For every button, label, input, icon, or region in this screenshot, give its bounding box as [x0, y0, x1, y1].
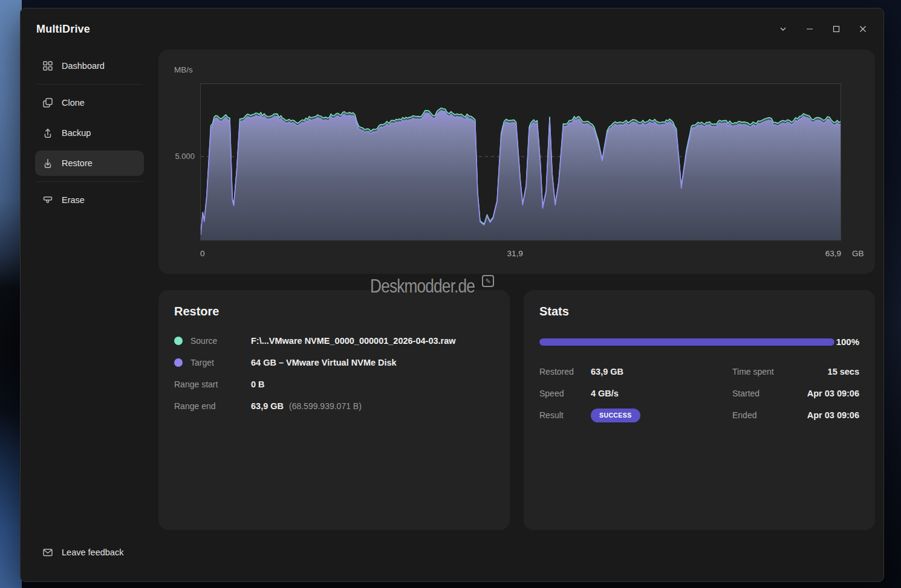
success-badge: SUCCESS [591, 409, 640, 422]
mail-icon [42, 546, 54, 558]
stat-label: Restored [539, 367, 591, 376]
app-window: MultiDrive [20, 8, 884, 582]
stat-speed: Speed 4 GB/s [539, 387, 732, 400]
throughput-chart-card: MB/s 5.000 0 31,9 63,9 GB [158, 50, 875, 274]
desktop-wallpaper [0, 0, 22, 588]
stat-label: Started [732, 389, 787, 398]
sidebar-divider [36, 84, 143, 85]
sidebar-item-label: Dashboard [62, 61, 105, 71]
progress-percent: 100% [834, 337, 859, 347]
stat-result: Result SUCCESS [539, 409, 732, 422]
sidebar-item-clone[interactable]: Clone [35, 90, 144, 115]
x-axis-unit: GB [852, 249, 864, 258]
minimize-icon [805, 25, 814, 33]
stat-label: Result [539, 410, 591, 420]
source-row: Source F:\...VMware NVME_0000_000001_202… [174, 334, 494, 347]
stat-value: 15 secs [828, 367, 859, 376]
y-axis-tick: 5.000 [158, 152, 195, 161]
sidebar-item-backup[interactable]: Backup [35, 120, 144, 146]
sidebar-item-erase[interactable]: Erase [35, 187, 144, 213]
target-label: Target [190, 358, 214, 367]
sidebar: Dashboard Clone Backup [21, 50, 158, 581]
maximize-button[interactable] [823, 19, 850, 39]
range-end-row: Range end 63,9 GB (68.599.939.071 B) [174, 399, 494, 413]
dashboard-grid-icon [42, 60, 54, 72]
stat-value: Apr 03 09:06 [807, 410, 859, 420]
range-start-value: 0 B [251, 380, 265, 389]
x-axis-tick-start: 0 [200, 249, 205, 258]
sidebar-item-label: Backup [62, 128, 91, 138]
range-end-bytes: (68.599.939.071 B) [289, 401, 362, 411]
stat-ended: Ended Apr 03 09:06 [732, 409, 859, 422]
progress-row: 100% [539, 337, 859, 347]
stat-started: Started Apr 03 09:06 [732, 387, 859, 400]
source-legend-dot [174, 337, 183, 345]
sidebar-item-dashboard[interactable]: Dashboard [35, 53, 144, 79]
stat-label: Time spent [732, 367, 787, 376]
restore-card-title: Restore [174, 305, 494, 318]
leave-feedback-button[interactable]: Leave feedback [35, 541, 144, 563]
restore-details-card: Restore Source F:\...VMware NVME_0000_00… [158, 290, 510, 530]
window-controls [770, 19, 876, 39]
throughput-chart [200, 83, 841, 241]
main-content: MB/s 5.000 0 31,9 63,9 GB Restore Source [158, 50, 883, 581]
close-button[interactable] [850, 19, 876, 39]
titlebar: MultiDrive [21, 8, 883, 50]
target-value: 64 GB – VMware Virtual NVMe Disk [251, 358, 397, 367]
sidebar-item-label: Erase [62, 195, 85, 205]
target-legend-dot [174, 358, 183, 367]
backup-upload-icon [42, 127, 54, 139]
target-row: Target 64 GB – VMware Virtual NVMe Disk [174, 356, 494, 369]
restore-download-icon [42, 157, 54, 169]
stat-value: 4 GB/s [591, 389, 619, 398]
progress-bar-fill [539, 338, 834, 346]
sidebar-divider [36, 181, 143, 182]
maximize-icon [832, 25, 841, 33]
range-end-value: 63,9 GB [251, 401, 284, 411]
stat-label: Speed [539, 389, 591, 398]
chevron-down-icon [779, 25, 787, 33]
sidebar-item-label: Clone [62, 98, 85, 108]
range-end-label: Range end [174, 401, 216, 411]
x-axis-ticks: 0 31,9 63,9 [200, 249, 841, 258]
stats-grid: Restored 63,9 GB Time spent 15 secs Spee… [539, 365, 859, 422]
range-start-row: Range start 0 B [174, 378, 494, 391]
stats-card: Stats 100% Restored 63,9 GB Time spent 1… [524, 290, 875, 530]
clone-copy-icon [42, 97, 54, 109]
stat-restored: Restored 63,9 GB [539, 365, 732, 378]
stat-value: 63,9 GB [591, 367, 623, 376]
chart-unit-label: MB/s [174, 65, 193, 74]
app-title: MultiDrive [36, 23, 90, 36]
source-label: Source [190, 336, 217, 346]
sidebar-item-label: Restore [62, 158, 93, 168]
close-icon [859, 25, 867, 33]
dropdown-button[interactable] [770, 19, 796, 39]
leave-feedback-label: Leave feedback [62, 548, 123, 557]
range-start-label: Range start [174, 380, 218, 389]
stat-label: Ended [732, 410, 787, 420]
source-value: F:\...VMware NVME_0000_000001_2026-04-03… [251, 336, 456, 346]
x-axis-tick-end: 63,9 [825, 249, 841, 258]
minimize-button[interactable] [796, 19, 823, 39]
stat-value: Apr 03 09:06 [807, 389, 859, 398]
progress-bar [539, 338, 834, 346]
x-axis-tick-mid: 31,9 [205, 249, 825, 258]
erase-squeegee-icon [42, 194, 54, 206]
stats-card-title: Stats [539, 305, 859, 318]
stat-time-spent: Time spent 15 secs [732, 365, 859, 378]
sidebar-item-restore[interactable]: Restore [35, 150, 144, 176]
